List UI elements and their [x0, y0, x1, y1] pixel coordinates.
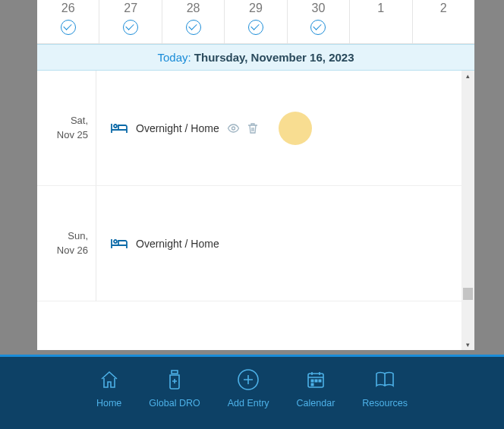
svg-rect-6: [311, 383, 313, 386]
entries-scroll: Sat, Nov 25 Overnight / Home: [37, 71, 461, 350]
svg-rect-5: [319, 380, 321, 382]
check-icon: [37, 20, 99, 35]
svg-point-0: [232, 127, 235, 130]
week-day-number: 1: [350, 2, 411, 15]
nav-label: Calendar: [297, 398, 335, 408]
entry-dow: Sun,: [37, 229, 88, 244]
entry-content[interactable]: Overnight / Home: [96, 122, 461, 134]
week-day-number: 2: [413, 2, 474, 15]
entry-date: Nov 26: [37, 244, 88, 258]
eye-icon[interactable]: [227, 124, 240, 133]
scroll-down-icon[interactable]: ▾: [461, 339, 474, 350]
svg-rect-4: [315, 380, 317, 382]
scrollbar[interactable]: ▴ ▾: [461, 71, 474, 350]
entry-dow: Sat,: [37, 114, 88, 128]
app-frame: 26 27 28 29 30 1 2 Today: Thursday, Nove…: [37, 0, 474, 350]
scrollbar-thumb[interactable]: [463, 288, 473, 300]
nav-addentry[interactable]: Add Entry: [228, 369, 269, 429]
entry-date-label: Sun, Nov 26: [37, 186, 96, 301]
entry-row: Sat, Nov 25 Overnight / Home: [37, 71, 461, 186]
nav-calendar[interactable]: Calendar: [297, 369, 335, 429]
home-icon: [99, 369, 120, 390]
nav-label: Global DRO: [149, 398, 200, 408]
week-day-number: 27: [99, 2, 161, 15]
week-day-number: 30: [288, 2, 349, 15]
bottle-icon: [167, 369, 182, 390]
nav-label: Add Entry: [228, 398, 269, 408]
week-day-number: 26: [37, 2, 99, 15]
week-day-number: 28: [162, 2, 224, 15]
plus-circle-icon: [237, 369, 260, 390]
week-day-2[interactable]: 2: [413, 0, 474, 43]
check-icon: [99, 20, 161, 35]
week-day-26[interactable]: 26: [37, 0, 99, 43]
entry-content[interactable]: Overnight / Home: [96, 238, 461, 250]
week-day-28[interactable]: 28: [162, 0, 225, 43]
book-icon: [374, 369, 395, 390]
entries-area: Sat, Nov 25 Overnight / Home: [37, 71, 474, 350]
bed-icon: [110, 122, 128, 134]
entry-text: Overnight / Home: [136, 122, 219, 134]
svg-rect-3: [311, 380, 313, 382]
trash-icon[interactable]: [247, 122, 258, 134]
nav-resources[interactable]: Resources: [362, 369, 408, 429]
nav-label: Resources: [362, 398, 408, 408]
nav-home[interactable]: Home: [96, 369, 121, 429]
week-day-27[interactable]: 27: [99, 0, 162, 43]
today-bar[interactable]: Today: Thursday, November 16, 2023: [37, 44, 474, 71]
highlight-indicator: [279, 112, 312, 145]
week-header: 26 27 28 29 30 1 2: [37, 0, 474, 44]
check-icon: [288, 20, 349, 35]
week-day-number: 29: [225, 2, 286, 15]
entry-text: Overnight / Home: [136, 238, 219, 250]
week-day-29[interactable]: 29: [225, 0, 287, 43]
week-day-1[interactable]: 1: [350, 0, 412, 43]
entry-date-label: Sat, Nov 25: [37, 71, 96, 185]
calendar-icon: [306, 369, 326, 390]
check-icon: [225, 20, 286, 35]
nav-label: Home: [96, 398, 121, 408]
entry-row: Sun, Nov 26 Overnight / Home: [37, 186, 461, 301]
today-date: Thursday, November 16, 2023: [194, 51, 354, 64]
bottom-nav: Home Global DRO Add Entry Calendar Resou…: [0, 355, 504, 429]
bed-icon: [110, 238, 128, 250]
week-day-30[interactable]: 30: [288, 0, 350, 43]
today-label: Today:: [157, 51, 191, 64]
check-icon: [162, 20, 224, 35]
nav-globaldro[interactable]: Global DRO: [149, 369, 200, 429]
scroll-up-icon[interactable]: ▴: [461, 71, 474, 81]
entry-date: Nov 25: [37, 128, 88, 143]
